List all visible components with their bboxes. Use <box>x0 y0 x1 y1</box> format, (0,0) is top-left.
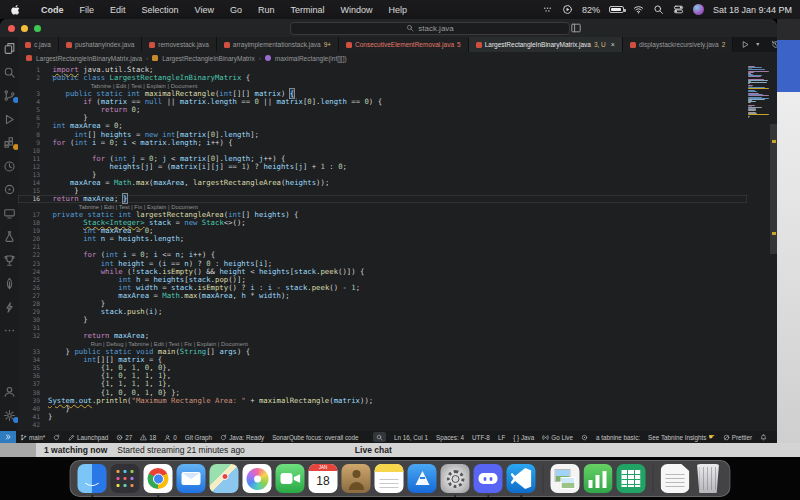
activitybar-timeline[interactable] <box>3 159 16 172</box>
tab-LargestRectangleInBinaryMatrix.java[interactable]: LargestRectangleInBinaryMatrix.java3, U× <box>469 37 623 52</box>
status-language-mode[interactable]: { } Java <box>513 434 534 441</box>
code-line[interactable]: 20 int n = heights.length; <box>18 235 747 243</box>
dock-chrome[interactable] <box>144 464 173 493</box>
status-warnings[interactable]: 18 <box>140 434 156 441</box>
command-center-search[interactable]: stack.java <box>290 22 570 35</box>
activitybar-accounts[interactable] <box>3 384 16 397</box>
breadcrumb[interactable]: LargestRectangleInBinaryMatrix.java›Larg… <box>18 52 777 64</box>
dock-appstore[interactable] <box>408 464 437 493</box>
status-tabnine-insights[interactable]: See Tabnine Insights☛ <box>648 433 715 441</box>
siri-icon[interactable] <box>693 4 704 15</box>
dock-numbers[interactable] <box>584 464 613 493</box>
play-icon[interactable] <box>741 40 750 49</box>
dock-facetime[interactable] <box>276 464 305 493</box>
menu-item-go[interactable]: Go <box>222 5 250 15</box>
dock-finder[interactable] <box>78 464 107 493</box>
menu-item-view[interactable]: View <box>187 5 222 15</box>
activitybar-extensions[interactable] <box>3 135 16 148</box>
tab-pushatanyindex.java[interactable]: pushatanyindex.java <box>59 37 142 52</box>
activitybar-mongodb[interactable] <box>3 276 16 289</box>
status-tabnine-status[interactable] <box>581 434 588 441</box>
zoom-window-button[interactable] <box>34 25 41 32</box>
close-window-button[interactable] <box>8 25 15 32</box>
menu-item-help[interactable]: Help <box>380 5 415 15</box>
code-line[interactable]: 16 return maxArea; } <box>18 195 747 203</box>
dock-settings[interactable] <box>441 464 470 493</box>
activitybar-source-control[interactable] <box>3 88 16 101</box>
dock-mail[interactable] <box>177 464 206 493</box>
breadcrumb-item[interactable]: LargestRectangleInBinaryMatrix <box>162 55 255 62</box>
search-icon[interactable] <box>653 4 664 15</box>
dock-maps[interactable] <box>210 464 239 493</box>
code-line[interactable]: 6 } <box>18 114 747 122</box>
apple-logo-icon[interactable] <box>9 4 23 16</box>
code-line[interactable]: 40 } <box>18 405 747 413</box>
dock-trash[interactable] <box>694 464 723 493</box>
minimize-window-button[interactable] <box>21 25 28 32</box>
code-line[interactable]: 29 stack.push(i); <box>18 308 747 316</box>
code-line[interactable]: 5 return 0; <box>18 106 747 114</box>
activitybar-explorer[interactable] <box>3 41 16 54</box>
dock-discord[interactable] <box>474 464 503 493</box>
dock-calendar[interactable]: JAN18 <box>309 464 338 493</box>
code-line[interactable]: 30 } <box>18 316 747 324</box>
record-icon[interactable] <box>562 4 573 15</box>
dock-vscode[interactable] <box>507 464 536 493</box>
dock-notes[interactable] <box>375 464 404 493</box>
menu-item-edit[interactable]: Edit <box>102 5 134 15</box>
tab-c.java[interactable]: c.java <box>18 37 59 52</box>
breadcrumb-item[interactable]: LargestRectangleInBinaryMatrix.java <box>36 55 142 62</box>
status-sonarqube-focus[interactable]: SonarQube focus: overall code <box>272 434 358 441</box>
code-line[interactable]: 15 } <box>18 187 747 195</box>
activitybar-manage[interactable] <box>3 408 16 421</box>
menu-item-terminal[interactable]: Terminal <box>282 5 332 15</box>
status-indentation[interactable]: Spaces: 4 <box>436 434 464 441</box>
code-line[interactable]: 27 maxArea = Math.max(maxArea, h * width… <box>18 292 747 300</box>
code-editor[interactable]: 1 import java.util.Stack;2 public class … <box>18 64 777 431</box>
status-git-graph[interactable]: Git Graph <box>185 434 212 441</box>
minimap[interactable] <box>748 66 769 119</box>
status-search-toggle[interactable] <box>373 432 386 442</box>
dock-contacts[interactable] <box>342 464 371 493</box>
remote-indicator[interactable] <box>0 431 16 443</box>
dock-document[interactable] <box>661 464 690 493</box>
breadcrumb-item[interactable]: maximalRectangle(int[][]) <box>275 55 347 62</box>
status-errors[interactable]: 27 <box>116 434 132 441</box>
wifi-icon[interactable] <box>633 4 644 15</box>
code-line[interactable]: 42 <box>18 421 747 429</box>
activitybar-tabnine[interactable] <box>3 182 16 195</box>
activitybar-sonarqube[interactable] <box>3 253 16 266</box>
toggles-icon[interactable] <box>673 4 684 15</box>
activitybar-remote-explorer[interactable] <box>3 206 16 219</box>
code-line[interactable]: 39System.out.println("Maximum Rectangle … <box>18 397 747 405</box>
menu-app-name[interactable]: Code <box>33 5 72 15</box>
status-launchpad[interactable]: Launchpad <box>68 434 108 441</box>
status-java-status[interactable]: Java: Ready <box>220 434 264 441</box>
menu-item-run[interactable]: Run <box>250 5 283 15</box>
code-line[interactable]: 32 return maxArea; <box>18 332 747 340</box>
battery-icon[interactable] <box>609 6 624 13</box>
status-tabnine-basic[interactable]: a tabnine basic: <box>596 434 640 441</box>
status-notifications[interactable] <box>760 434 767 441</box>
code-line[interactable]: 14 maxArea = Math.max(maxArea, largestRe… <box>18 179 747 187</box>
code-line[interactable]: 12 heights[j] = (matrix[i][j] == 1) ? he… <box>18 163 747 171</box>
dock-sheets[interactable] <box>617 464 646 493</box>
code-line[interactable]: 2 public class LargestRectangleInBinaryM… <box>18 74 747 82</box>
status-sync-changes[interactable] <box>53 434 60 441</box>
menu-item-window[interactable]: Window <box>332 5 380 15</box>
tab-ConsecutiveElementRemoval.java[interactable]: ConsecutiveElementRemoval.java5 <box>339 37 469 52</box>
status-eol[interactable]: LF <box>498 434 505 441</box>
status-git-branch[interactable]: main* <box>20 434 45 441</box>
chev-icon[interactable]: ▾ <box>756 40 765 49</box>
code-line[interactable]: 41} <box>18 413 747 421</box>
activitybar-run-and-debug[interactable] <box>3 112 16 125</box>
menu-item-file[interactable]: File <box>72 5 103 15</box>
status-cursor-position[interactable]: Ln 16, Col 1 <box>394 434 428 441</box>
close-tab-icon[interactable]: × <box>611 41 615 48</box>
clock[interactable]: Sat 18 Jan 9:44 PM <box>713 5 792 15</box>
activitybar-testing[interactable] <box>3 229 16 242</box>
status-prettier[interactable]: Prettier <box>723 434 752 441</box>
status-encoding[interactable]: UTF-8 <box>472 434 490 441</box>
status-go-live[interactable]: Go Live <box>542 434 573 441</box>
status-collaborators[interactable]: 0 <box>164 434 177 441</box>
